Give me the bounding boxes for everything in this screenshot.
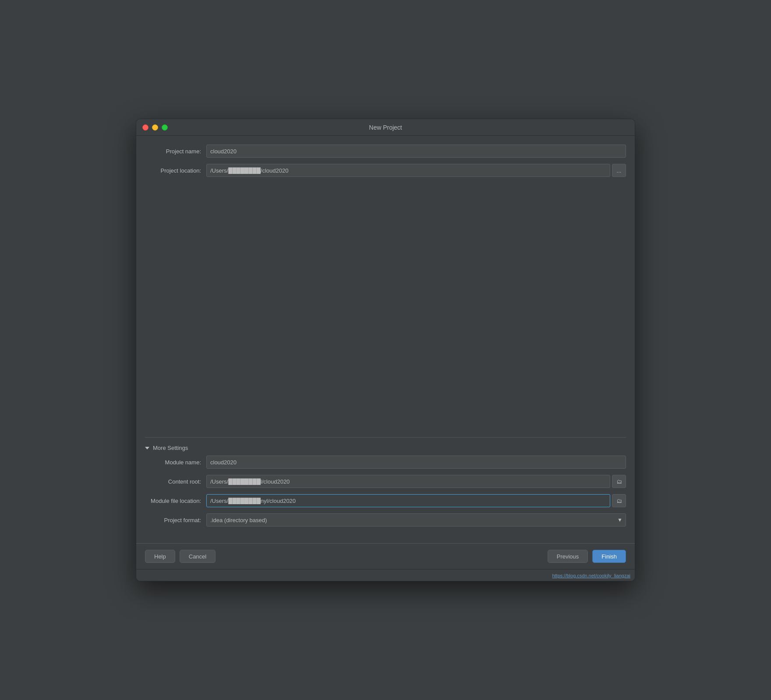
folder-icon: 🗂 [616,498,622,504]
folder-icon: 🗂 [616,478,622,485]
spacer-area [145,183,626,437]
more-settings-section: More Settings Module name: Content root:… [145,437,626,537]
content-root-label: Content root: [145,478,206,485]
project-location-field-group: ... [206,164,626,177]
module-name-input[interactable] [206,456,626,469]
project-name-label: Project name: [145,148,206,155]
project-location-browse-button[interactable]: ... [612,164,626,177]
footer-right-buttons: Previous Finish [548,550,626,563]
footer: Help Cancel Previous Finish [136,543,635,569]
project-location-row: Project location: ... [145,164,626,177]
project-format-label: Project format: [145,517,206,523]
new-project-window: New Project Project name: Project locati… [136,119,635,581]
module-file-label: Module file location: [145,498,206,504]
module-file-input[interactable] [206,494,610,507]
content-root-field-group: 🗂 [206,475,626,488]
content-root-row: Content root: 🗂 [145,475,626,488]
project-name-row: Project name: [145,145,626,158]
project-location-label: Project location: [145,167,206,174]
status-url[interactable]: https://blog.csdn.net/cookily_liangzai [552,573,630,578]
module-file-field-group: 🗂 [206,494,626,507]
more-settings-label: More Settings [153,445,188,451]
finish-button[interactable]: Finish [592,550,626,563]
module-file-row: Module file location: 🗂 [145,494,626,507]
project-name-input[interactable] [206,145,626,158]
titlebar: New Project [136,119,635,136]
project-format-row: Project format: .idea (directory based) … [145,513,626,527]
help-button[interactable]: Help [145,550,175,563]
more-settings-toggle[interactable]: More Settings [145,442,626,456]
status-bar: https://blog.csdn.net/cookily_liangzai [136,569,635,581]
module-name-label: Module name: [145,459,206,466]
project-format-select-wrapper: .idea (directory based) .ipr (file based… [206,513,626,527]
window-title: New Project [369,124,402,131]
content-root-browse-button[interactable]: 🗂 [612,475,626,488]
more-settings-content: Module name: Content root: 🗂 Module f [145,456,626,537]
traffic-lights [142,124,168,131]
project-location-input[interactable] [206,164,610,177]
cancel-button[interactable]: Cancel [180,550,216,563]
project-format-select[interactable]: .idea (directory based) .ipr (file based… [206,513,626,527]
module-name-row: Module name: [145,456,626,469]
footer-left-buttons: Help Cancel [145,550,216,563]
close-button[interactable] [142,124,149,131]
chevron-down-icon [145,447,149,449]
maximize-button[interactable] [162,124,168,131]
module-file-browse-button[interactable]: 🗂 [612,494,626,507]
minimize-button[interactable] [152,124,158,131]
main-content: Project name: Project location: ... More… [136,136,635,537]
content-root-input[interactable] [206,475,610,488]
previous-button[interactable]: Previous [548,550,588,563]
